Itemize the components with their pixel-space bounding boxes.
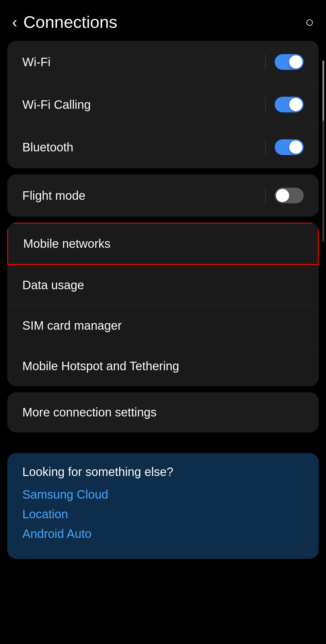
connectivity-card: Wi-Fi Wi-Fi Calling Bluetooth (7, 41, 319, 168)
wifi-calling-row[interactable]: Wi-Fi Calling (7, 83, 319, 126)
sim-card-manager-row[interactable]: SIM card manager (7, 306, 319, 346)
bluetooth-divider (265, 140, 266, 155)
scrollbar[interactable] (322, 60, 324, 242)
header-left: ‹ Connections (12, 12, 117, 32)
header: ‹ Connections ○ (0, 0, 326, 41)
flight-mode-label: Flight mode (22, 189, 85, 202)
more-connection-settings-row[interactable]: More connection settings (7, 392, 319, 432)
data-usage-label: Data usage (22, 278, 84, 292)
bluetooth-toggle-area (265, 139, 304, 155)
flight-mode-card: Flight mode (7, 174, 319, 217)
wifi-calling-toggle[interactable] (275, 97, 304, 112)
bluetooth-toggle-thumb (289, 141, 302, 154)
suggestion-card: Looking for something else? Samsung Clou… (7, 453, 319, 559)
wifi-toggle[interactable] (275, 54, 304, 70)
mobile-hotspot-row[interactable]: Mobile Hotspot and Tethering (7, 346, 319, 386)
wifi-toggle-track (275, 54, 304, 70)
wifi-toggle-thumb (289, 55, 302, 69)
android-auto-link[interactable]: Android Auto (22, 527, 304, 541)
flight-mode-toggle[interactable] (275, 188, 304, 203)
wifi-row[interactable]: Wi-Fi (7, 41, 319, 83)
more-settings-card: More connection settings (7, 392, 319, 432)
scrollbar-thumb[interactable] (322, 60, 324, 121)
more-connection-settings-label: More connection settings (22, 406, 157, 419)
sim-card-manager-label: SIM card manager (22, 319, 122, 332)
bluetooth-row[interactable]: Bluetooth (7, 126, 319, 168)
back-button[interactable]: ‹ (12, 14, 17, 30)
mobile-networks-label: Mobile networks (23, 237, 110, 251)
mobile-networks-row[interactable]: Mobile networks (7, 223, 319, 265)
wifi-divider (265, 54, 266, 70)
wifi-calling-label: Wi-Fi Calling (22, 98, 91, 112)
flight-mode-toggle-area (265, 188, 304, 203)
wifi-calling-toggle-area (265, 97, 304, 112)
bluetooth-toggle-track (275, 139, 304, 155)
wifi-toggle-area (265, 54, 304, 70)
flight-mode-divider (265, 188, 266, 203)
bluetooth-label: Bluetooth (22, 141, 73, 154)
location-link[interactable]: Location (22, 507, 304, 521)
search-icon[interactable]: ○ (305, 14, 314, 30)
network-options-card: Mobile networks Data usage SIM card mana… (7, 223, 319, 386)
wifi-calling-toggle-track (275, 97, 304, 112)
flight-mode-toggle-track (275, 188, 304, 203)
bluetooth-toggle[interactable] (275, 139, 304, 155)
samsung-cloud-link[interactable]: Samsung Cloud (22, 488, 304, 501)
flight-mode-row[interactable]: Flight mode (7, 174, 319, 217)
data-usage-row[interactable]: Data usage (7, 265, 319, 306)
suggestion-title: Looking for something else? (22, 465, 304, 479)
mobile-networks-inner: Mobile networks (8, 224, 318, 264)
page-title: Connections (23, 12, 117, 32)
wifi-calling-divider (265, 97, 266, 112)
flight-mode-toggle-thumb (276, 189, 289, 202)
wifi-label: Wi-Fi (22, 55, 50, 69)
mobile-hotspot-label: Mobile Hotspot and Tethering (22, 359, 179, 373)
wifi-calling-toggle-thumb (289, 98, 302, 111)
